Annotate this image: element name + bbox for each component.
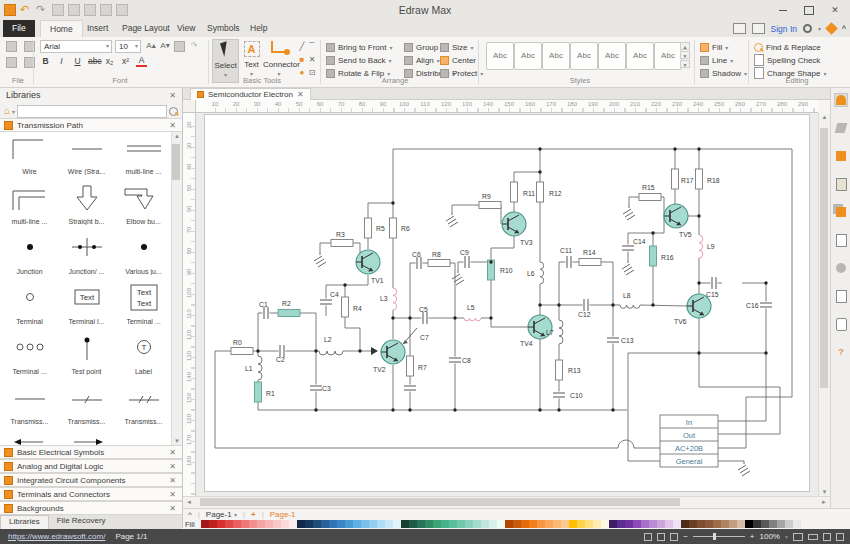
open-file-icon[interactable] — [68, 4, 80, 16]
color-swatch-cda5dd[interactable] — [657, 520, 665, 528]
color-swatch-fbb978[interactable] — [553, 520, 561, 528]
color-swatch-c8e8f8[interactable] — [385, 520, 393, 528]
color-swatch-4a2c17[interactable] — [681, 520, 689, 528]
arrange-protect[interactable]: Protect▾ — [440, 67, 483, 79]
library-section-transmission-path[interactable]: Transmission Path ✕ — [0, 118, 182, 132]
shrink-font-icon[interactable]: A▾ — [160, 41, 170, 51]
library-item-multi-line-[interactable]: multi-line ... — [116, 134, 171, 175]
library-item-terminal-[interactable]: Terminal ... — [2, 334, 57, 375]
library-section-backgrounds[interactable]: Backgrounds✕ — [0, 501, 182, 515]
fit-width-icon[interactable] — [793, 533, 803, 541]
color-swatch-f29090[interactable] — [249, 520, 257, 528]
pan-zoom-icon[interactable] — [823, 533, 831, 541]
collapse-ribbon-icon[interactable]: ^ — [842, 24, 846, 34]
color-swatch-58bd9a[interactable] — [449, 520, 457, 528]
presentation-icon[interactable] — [670, 533, 678, 541]
styles-more-icon[interactable]: ▼ — [680, 60, 690, 68]
library-item-transmiss-[interactable]: Transmiss... — [116, 384, 171, 425]
font-button-U[interactable]: U — [72, 55, 83, 67]
tab-file[interactable]: File — [3, 20, 35, 37]
library-item-straight-b-[interactable]: Straight b... — [59, 184, 114, 225]
zoom-level[interactable]: 100% — [760, 532, 780, 541]
scroll-right-icon[interactable]: ► — [821, 499, 827, 505]
color-swatch-e0c4ea[interactable] — [665, 520, 673, 528]
color-swatch-b34700[interactable] — [505, 520, 513, 528]
color-swatch-f9a85e[interactable] — [545, 520, 553, 528]
color-swatch-ee7878[interactable] — [241, 520, 249, 528]
scroll-up-icon[interactable]: ▲ — [819, 114, 830, 120]
color-swatch-d8f0ea[interactable] — [489, 520, 497, 528]
editing-spelling-check[interactable]: Spelling Check — [754, 54, 820, 66]
library-section-terminals-and-connectors[interactable]: Terminals and Connectors✕ — [0, 487, 182, 501]
tab-libraries[interactable]: Libraries — [0, 515, 49, 529]
color-swatch-8c5a3b[interactable] — [705, 520, 713, 528]
color-swatch-e2f3fc[interactable] — [393, 520, 401, 528]
sign-in-link[interactable]: Sign In — [771, 24, 797, 34]
library-item-terminal-l-[interactable]: TextTerminal l... — [59, 284, 114, 325]
library-item-test-point[interactable]: Test point — [59, 334, 114, 375]
close-section-icon[interactable]: ✕ — [169, 490, 176, 499]
color-swatch-fbdada[interactable] — [281, 520, 289, 528]
color-swatch-c49e80[interactable] — [729, 520, 737, 528]
color-swatch-e86060[interactable] — [233, 520, 241, 528]
style-preset-3[interactable]: Abc — [542, 42, 570, 70]
style-preset-7[interactable]: Abc — [654, 42, 682, 70]
scroll-down-icon[interactable]: ▼ — [172, 438, 182, 444]
cut-icon[interactable] — [6, 41, 17, 52]
library-item-terminal-[interactable]: TextTextTerminal ... — [116, 284, 171, 325]
library-scrollbar-thumb[interactable] — [172, 144, 180, 180]
color-swatch-f79646[interactable] — [537, 520, 545, 528]
fit-screen-icon[interactable] — [808, 534, 818, 540]
zoom-slider-thumb[interactable] — [713, 533, 716, 540]
edit-page-icon[interactable] — [834, 289, 848, 303]
color-swatch-f07f1a[interactable] — [529, 520, 537, 528]
style-option-shadow[interactable]: Shadow▾ — [700, 67, 747, 79]
font-size-select[interactable]: 10▾ — [115, 40, 141, 53]
font-button-B[interactable]: B — [40, 55, 51, 67]
undo-icon[interactable]: ↶ — [20, 4, 32, 16]
library-item-various-ju-[interactable]: Various ju... — [116, 234, 171, 275]
close-section-icon[interactable]: ✕ — [169, 476, 176, 485]
library-section-integrated-circuit-components[interactable]: Integrated Circuit Components✕ — [0, 473, 182, 487]
share-icon[interactable] — [752, 23, 765, 34]
color-swatch-2f8d66[interactable] — [425, 520, 433, 528]
comment-icon[interactable] — [834, 317, 848, 331]
library-item-junction[interactable]: Junction — [2, 234, 57, 275]
zoom-in-icon[interactable]: + — [750, 532, 755, 541]
color-swatch-a76fc9[interactable] — [641, 520, 649, 528]
style-option-line[interactable]: Line▾ — [700, 54, 733, 66]
color-swatch-e04848[interactable] — [225, 520, 233, 528]
print-icon[interactable] — [100, 4, 112, 16]
tab-help[interactable]: Help — [241, 20, 276, 37]
page-navigator[interactable]: Page-1 ▾ — [206, 510, 237, 519]
arrange-bring-to-front[interactable]: Bring to Front▾ — [326, 41, 392, 53]
color-swatch-f4a4a4[interactable] — [257, 520, 265, 528]
color-swatch-ffedb3[interactable] — [593, 520, 601, 528]
color-swatch-f8c8c8[interactable] — [273, 520, 281, 528]
color-swatch-595959[interactable] — [761, 520, 769, 528]
close-button[interactable]: ✕ — [822, 0, 848, 20]
styles-down-icon[interactable]: ▼ — [680, 51, 690, 59]
horizontal-scrollbar-thumb[interactable] — [200, 498, 680, 506]
paste-icon[interactable] — [6, 57, 17, 68]
fit-page-icon[interactable] — [657, 533, 665, 541]
close-section-icon[interactable]: ✕ — [169, 448, 176, 457]
tab-insert[interactable]: Insert — [78, 20, 117, 37]
new-file-icon[interactable] — [52, 4, 64, 16]
close-document-icon[interactable]: ✕ — [297, 90, 304, 99]
style-option-fill[interactable]: Fill▾ — [700, 41, 728, 53]
style-preset-2[interactable]: Abc — [514, 42, 542, 70]
font-family-select[interactable]: Arial▾ — [40, 40, 112, 53]
styles-up-icon[interactable]: ▲ — [680, 42, 690, 50]
square-tool-icon[interactable]: ■ — [297, 55, 307, 65]
color-swatch-153f2f[interactable] — [401, 520, 409, 528]
style-preset-1[interactable]: Abc — [486, 42, 514, 70]
search-icon[interactable] — [169, 107, 178, 116]
color-swatch-e36c0a[interactable] — [521, 520, 529, 528]
font-button-x²[interactable]: x² — [120, 55, 131, 67]
redo-icon[interactable]: ↷ — [36, 4, 48, 16]
color-swatch-3a85c8[interactable] — [337, 520, 345, 528]
color-swatch-b08360[interactable] — [721, 520, 729, 528]
drawing-canvas[interactable]: InOutAC+20BGeneralR0R1R2R3R4R5R6R7R8R9R1… — [196, 113, 818, 496]
vertical-scrollbar-thumb[interactable] — [820, 128, 828, 388]
